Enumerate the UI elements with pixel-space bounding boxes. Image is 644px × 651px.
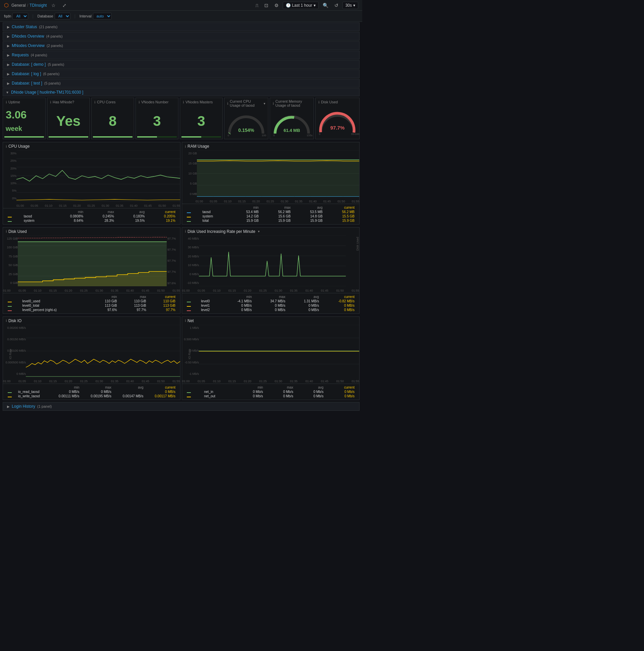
ram-usage-chart: ℹ RAM Usage 20 GB15 GB10 GB5 GB0 MB <box>182 142 360 224</box>
uptime-title: Uptime <box>8 100 20 104</box>
disk-rate-legend: minmaxavgcurrent level0 -4.1 MB/s34.7 MB… <box>182 293 359 313</box>
net-svg <box>199 325 359 377</box>
cpu-cores-value-area: 8 <box>92 106 134 136</box>
svg-text:97.7%: 97.7% <box>330 125 345 130</box>
disk-rate-svg <box>199 236 346 286</box>
cpu-dropdown-icon[interactable]: ▾ <box>264 102 265 105</box>
disk-used-inner: 125 GiB100 GiB75 GiB50 GiB25 GiB0 GiB 97… <box>3 236 180 293</box>
toolbar: fqdn All | Database All | Interval auto <box>0 11 362 22</box>
vnodes-number-title: VNodes Number <box>141 100 168 104</box>
info-icon: ℹ <box>227 102 228 105</box>
dnode-panels-row1: ℹ Uptime 3.06 week ℹ Has MNode? <box>3 96 360 141</box>
section-title: DNodes Overview <box>12 34 44 39</box>
vnodes-number-value-area: 3 <box>136 106 178 136</box>
chevron-icon: ▶ <box>7 82 10 85</box>
disk-rate-chart: ℹ Disk Used Increasing Rate per Minute ▾… <box>182 227 360 314</box>
section-title: Cluster Status <box>12 25 37 29</box>
disk-right-labels: 97.7%97.7%97.7%97.7%97.6% <box>167 236 180 286</box>
chevron-icon: ▼ <box>6 91 9 94</box>
section-database-demo[interactable]: ▶ Database: [ demo ] (5 panels) <box>3 60 360 69</box>
dnode-section-title: DNode Usage [ huolinhe-TM1701:6030 ] <box>11 90 83 95</box>
vnodes-masters-value-area: 3 <box>180 106 222 136</box>
cpu-y-labels: 30%25%20%15%10%5%0% <box>3 150 17 202</box>
has-mnode-title: Has MNode? <box>53 100 74 104</box>
disk-io-title: Disk IO <box>8 318 22 323</box>
section-login-history[interactable]: ▶ Login History (1 panel) <box>3 402 360 411</box>
info-icon: ℹ <box>138 100 140 104</box>
disk-rate-legend-table: minmaxavgcurrent level0 -4.1 MB/s34.7 MB… <box>185 294 357 312</box>
disk-rate-dropdown[interactable]: ▾ <box>258 229 260 233</box>
breadcrumb-current: TDInsight <box>30 3 46 8</box>
disk-rate-y-labels: 40 MB/s30 MB/s20 MB/s10 MB/s0 MB/s-10 MB… <box>182 236 199 286</box>
disk-io-chart: ℹ Disk IO 0.00200 MB/s0.00150 MB/s0.0010… <box>3 316 181 400</box>
svg-text:95/100: 95/100 <box>351 132 359 135</box>
disk-io-y-axis-label: IO Rate <box>9 349 12 360</box>
share-button[interactable]: ⤢ <box>60 1 68 9</box>
disk-y-labels: 125 GiB100 GiB75 GiB50 GiB25 GiB0 GiB <box>3 236 18 286</box>
section-dnodes-overview[interactable]: ▶ DNodes Overview (4 panels) <box>3 32 360 41</box>
vnodes-number-value: 3 <box>153 113 161 129</box>
disk-used-svg <box>18 236 167 286</box>
star-button[interactable]: ☆ <box>49 1 58 9</box>
memory-usage-gauge-panel: ℹ Current Memory Usage of taosd 61.4 MB … <box>270 98 314 139</box>
database-label: Database <box>38 14 53 18</box>
info-icon: ℹ <box>6 229 7 233</box>
zoom-out-button[interactable]: 🔍 <box>321 1 330 9</box>
section-mnodes-overview[interactable]: ▶ MNodes Overview (2 panels) <box>3 41 360 50</box>
section-database-test[interactable]: ▶ Database: [ test ] (5 panels) <box>3 79 360 88</box>
memory-gauge-svg: 61.4 MB 0 155s <box>270 110 314 137</box>
refresh-button[interactable]: ↺ <box>332 1 341 9</box>
fqdn-filter: fqdn All <box>4 13 28 20</box>
disk-legend-table: minmaxcurrent level0_used 110 GiB110 GiB… <box>6 294 178 312</box>
svg-text:61.4 MB: 61.4 MB <box>283 128 300 133</box>
database-select[interactable]: All <box>55 13 70 20</box>
section-count: (5 panels) <box>47 62 64 66</box>
svg-text:155s: 155s <box>307 134 312 137</box>
info-icon: ℹ <box>318 100 320 104</box>
filter-divider-2: | <box>74 14 75 19</box>
svg-text:100: 100 <box>262 134 266 137</box>
disk-io-title-bar: ℹ Disk IO <box>3 317 180 325</box>
camera-button[interactable]: ⊡ <box>262 1 270 9</box>
interval-select[interactable]: auto <box>93 13 112 20</box>
disk-gauge-svg: 97.7% 0 95/100 <box>316 109 359 135</box>
disk-x-labels: 01:0001:0501:1001:1501:2001:2501:3001:35… <box>3 289 180 292</box>
cpu-gauge-area: 0.154% 0 100 <box>224 109 268 139</box>
chart-type-button[interactable]: ⎍ <box>254 1 260 9</box>
disk-gauge-area: 97.7% 0 95/100 <box>316 106 359 139</box>
vnodes-number-bar <box>137 136 177 137</box>
info-icon: ℹ <box>273 102 274 105</box>
chevron-icon: ▶ <box>7 35 10 38</box>
section-requests[interactable]: ▶ Requests (4 panels) <box>3 51 360 59</box>
disk-used-gauge-title: Disk Used <box>321 100 338 104</box>
cpu-cores-bar <box>93 136 132 137</box>
section-database-log[interactable]: ▶ Database: [ log ] (6 panels) <box>3 69 360 78</box>
section-cluster-status[interactable]: ▶ Cluster Status (21 panels) <box>3 23 360 31</box>
disk-io-inner: 0.00200 MB/s0.00150 MB/s0.00100 MB/s0.00… <box>3 325 180 384</box>
disk-io-legend: minmaxavgcurrent io_read_taosd 0 MB/s0 M… <box>3 383 180 400</box>
interval-button[interactable]: 30s ▾ <box>343 2 358 9</box>
time-range-button[interactable]: 🕐 Last 1 hour ▾ <box>283 2 319 9</box>
disk-gauge-display: 97.7% 0 95/100 <box>316 109 359 136</box>
vnodes-masters-title: VNodes Masters <box>186 100 213 104</box>
section-title: Requests <box>12 53 29 57</box>
breadcrumb: General / TDInsight <box>11 3 46 8</box>
breadcrumb-general[interactable]: General <box>11 3 26 8</box>
chevron-icon: ▶ <box>7 25 10 29</box>
ram-chart-inner: 20 GB15 GB10 GB5 GB0 MB <box>182 150 359 204</box>
info-icon: ℹ <box>185 145 186 148</box>
interval-filter: Interval auto <box>79 13 112 20</box>
settings-button[interactable]: ⚙ <box>272 1 281 9</box>
section-count: (5 panels) <box>44 81 61 85</box>
section-title: Database: [ test ] <box>12 81 42 86</box>
disk-io-x-labels: 01:0001:0501:1001:1501:2001:2501:3001:35… <box>3 379 180 383</box>
memory-usage-title-bar: ℹ Current Memory Usage of taosd <box>270 98 314 109</box>
cpu-usage-chart: ℹ CPU Usage 30%25%20%15%10%5%0% <box>3 142 181 224</box>
dnode-section-header[interactable]: ▼ DNode Usage [ huolinhe-TM1701:6030 ] <box>3 88 360 96</box>
disk-io-y-labels: 0.00200 MB/s0.00150 MB/s0.00100 MB/s0.00… <box>3 325 26 377</box>
cpu-usage-title: Current CPU Usage of taosd <box>230 99 261 107</box>
disk-chart-legend: minmaxcurrent level0_used 110 GiB110 GiB… <box>3 293 180 313</box>
disk-used-title-bar: ℹ Disk Used <box>316 98 359 106</box>
topbar-left: ⬡ General / TDInsight ☆ ⤢ <box>4 1 251 9</box>
fqdn-select[interactable]: All <box>12 13 28 20</box>
